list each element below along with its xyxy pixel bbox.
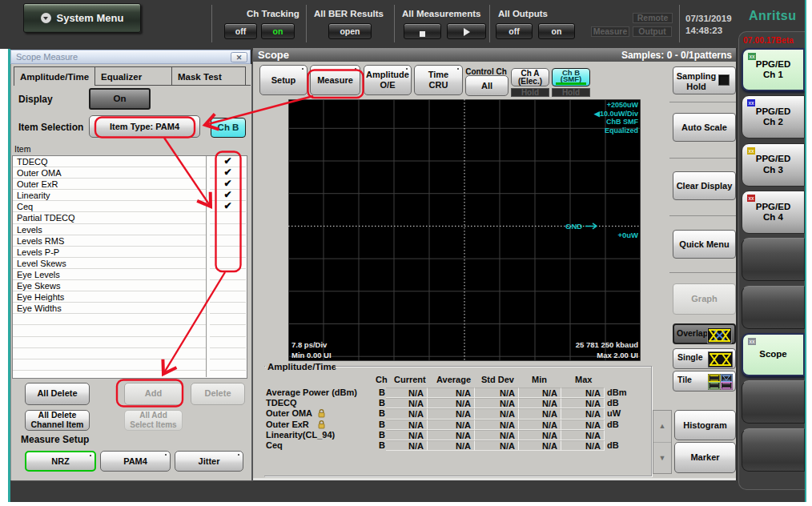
auto-scale-button[interactable]: Auto Scale [673,113,736,142]
ber-open-button[interactable]: open [328,23,372,39]
fkey-ppg-ed-ch2[interactable]: xx PPG/ED Ch 2 [742,95,805,139]
mode-pam4-button[interactable]: PAM4 [100,451,171,472]
value-cell: N/A [561,430,605,440]
all-delete-button[interactable]: All Delete [25,383,90,405]
col-header-max: Max [575,375,592,384]
single-eye-icon [708,351,733,367]
ch-tracking-on-button[interactable]: on [261,23,295,39]
value-cell: N/A [386,408,428,419]
sampling-hold-button[interactable]: Sampling Hold [673,66,736,94]
measure-button[interactable]: Measure [310,65,360,95]
list-item[interactable]: Levels [13,224,206,235]
list-item[interactable]: Eye Heights [13,291,206,303]
tab-amplitude-time[interactable]: Amplitude/Time [14,66,95,86]
time-cru-button[interactable]: TimeCRU [414,65,463,95]
all-add-select-items-button[interactable]: All Add Select Items [124,410,183,431]
hold-a-button[interactable]: Hold [511,88,549,97]
check-mark: ✔ [210,156,246,167]
play-icon [464,28,470,36]
scroll-down-icon[interactable]: ▼ [653,454,671,462]
delete-button[interactable]: Delete [191,383,245,405]
clear-display-button[interactable]: Clear Display [673,171,736,200]
list-item[interactable]: Eye Levels [13,269,206,280]
list-item[interactable]: Outer ExR [13,179,206,190]
graticule: +2050uW ◀10.0uW/Div ChB SMF Equalized GN… [288,99,641,361]
list-item[interactable]: Levels RMS [13,235,206,247]
fkey-blank-4[interactable] [742,428,805,472]
fkey-blank-3[interactable] [742,380,805,424]
fkey-blank-1[interactable] [742,238,805,281]
channel-b-button[interactable]: Ch B(SMF) [552,68,590,86]
output-indicator: Output [633,26,672,37]
scroll-up-icon[interactable]: ▲ [653,422,671,430]
value-cell: N/A [561,388,605,398]
tab-mask-test[interactable]: Mask Test [172,66,246,86]
fkey-ppg-ed-ch4[interactable]: xx PPG/ED Ch 4 [742,191,805,234]
channel-b-button[interactable]: Ch B [211,118,246,138]
tile-eye-icon [708,374,733,390]
menu-dot [302,68,303,70]
fkey-blank-2[interactable] [742,286,805,329]
fkey-ppg-ed-ch1[interactable]: xx PPG/ED Ch 1 [742,48,805,91]
measurements-start-button[interactable] [447,23,486,39]
all-delete-channel-item-button[interactable]: All Delete Channel Item [25,410,90,431]
mode-jitter-button[interactable]: Jitter [175,451,243,472]
fieldset-border [335,366,651,367]
single-button[interactable]: Single [673,348,736,369]
list-item[interactable]: Eye Widths [13,303,206,314]
list-item[interactable]: Partial TDECQ [13,212,206,223]
marker-button[interactable]: Marker [674,442,736,473]
amplitude-oe-button[interactable]: AmplitudeO/E [364,65,412,95]
divider [211,5,212,42]
outputs-on-button[interactable]: on [538,23,575,39]
control-ch-all-button[interactable]: All [465,75,509,96]
value-cell: N/A [519,398,561,408]
setup-button[interactable]: Setup [259,65,308,95]
ber-results-label: All BER Results [314,9,384,21]
fkey-scope[interactable]: xx Scope [742,333,805,376]
graph-button[interactable]: Graph [673,283,736,315]
hold-indicator-square [718,74,730,86]
display-on-button[interactable]: On [89,88,151,110]
list-item[interactable]: TDECQ [13,156,206,167]
chevron-down-circle-icon [41,13,51,23]
item-type-button[interactable]: Item Type: PAM4 [89,115,200,138]
quick-menu-button[interactable]: Quick Menu [673,230,736,259]
overlap-eye-icon [707,327,732,343]
fkey-line2: Scope [759,349,787,360]
fkey-ppg-ed-ch3[interactable]: xx PPG/ED Ch 3 [742,143,805,187]
tile-button[interactable]: Tile [673,371,736,392]
outputs-off-button[interactable]: off [496,23,533,39]
dialog-close-button[interactable]: ✕ [231,52,247,63]
list-item[interactable]: Levels P-P [13,247,206,258]
list-item[interactable]: Eye Skews [13,280,206,291]
tab-equalizer[interactable]: Equalizer [95,66,172,86]
histogram-button[interactable]: Histogram [674,410,736,440]
ch-tracking-off-button[interactable]: off [224,23,257,39]
list-item[interactable]: Linearity [13,190,206,201]
item-list-checks: ✔ ✔ ✔ ✔ ✔ [210,156,246,377]
overlap-button[interactable]: Overlap [673,323,736,344]
row-label: Average Power (dBm) [266,388,372,397]
list-item[interactable]: Level Skews [13,258,206,269]
value-cell: N/A [386,440,428,451]
divider [394,5,395,42]
all-measurements-label: All Measurements [402,9,480,21]
value-cell: N/A [386,398,428,408]
list-item[interactable]: Outer OMA [13,167,206,179]
mode-dot [238,454,239,456]
measurements-stop-button[interactable] [404,23,441,39]
list-item[interactable]: Ceq [13,201,206,212]
measure-indicator: Measure [591,26,629,37]
channel-a-button[interactable]: Ch A(Elec.) [511,68,549,86]
hold-b-button[interactable]: Hold [552,88,590,97]
ch-a-sub: (Elec.) [512,78,549,86]
dialog-titlebar[interactable]: Scope Measure [10,50,251,64]
system-menu-button[interactable]: System Menu [23,3,141,33]
add-button[interactable]: Add [124,383,183,405]
tile-label: Tile [677,375,692,384]
fkey-line2: Ch 1 [763,70,783,81]
mode-nrz-button[interactable]: NRZ [25,451,96,472]
scope-title: Scope [258,49,289,61]
row-unit: dB [607,398,619,408]
